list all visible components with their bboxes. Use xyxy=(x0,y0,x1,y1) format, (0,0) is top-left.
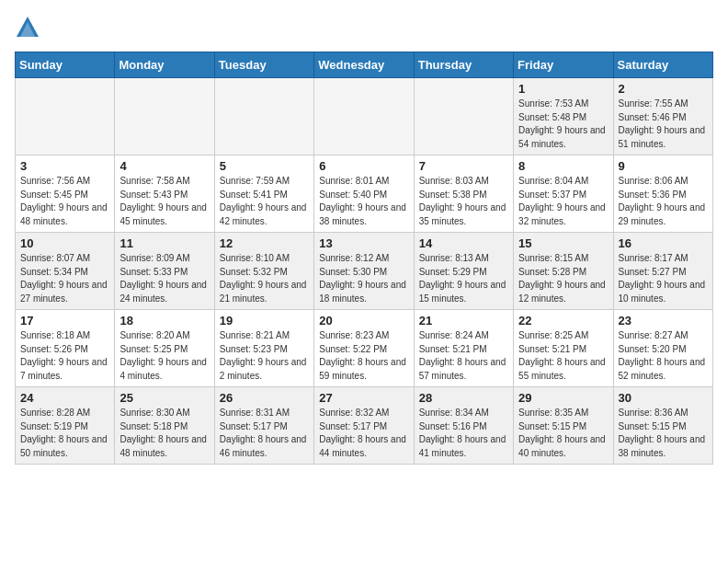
day-cell: 8Sunrise: 8:04 AM Sunset: 5:37 PM Daylig… xyxy=(514,155,613,233)
week-row-2: 3Sunrise: 7:56 AM Sunset: 5:45 PM Daylig… xyxy=(16,155,713,233)
day-cell: 26Sunrise: 8:31 AM Sunset: 5:17 PM Dayli… xyxy=(214,387,313,465)
day-cell: 10Sunrise: 8:07 AM Sunset: 5:34 PM Dayli… xyxy=(16,233,115,310)
day-cell: 28Sunrise: 8:34 AM Sunset: 5:16 PM Dayli… xyxy=(414,387,513,465)
day-number: 9 xyxy=(619,159,709,173)
day-number: 22 xyxy=(518,314,609,327)
day-info: Sunrise: 8:34 AM Sunset: 5:16 PM Dayligh… xyxy=(419,407,509,460)
day-cell: 9Sunrise: 8:06 AM Sunset: 5:36 PM Daylig… xyxy=(613,155,712,233)
day-cell: 30Sunrise: 8:36 AM Sunset: 5:15 PM Dayli… xyxy=(613,387,712,465)
day-cell: 20Sunrise: 8:23 AM Sunset: 5:22 PM Dayli… xyxy=(314,310,414,387)
header-sunday: Sunday xyxy=(16,52,115,78)
day-info: Sunrise: 8:03 AM Sunset: 5:38 PM Dayligh… xyxy=(419,175,509,228)
calendar-table: SundayMondayTuesdayWednesdayThursdayFrid… xyxy=(15,52,713,465)
day-number: 14 xyxy=(419,236,509,250)
day-number: 7 xyxy=(419,159,509,173)
day-cell: 12Sunrise: 8:10 AM Sunset: 5:32 PM Dayli… xyxy=(214,233,313,310)
day-number: 29 xyxy=(518,391,609,405)
day-cell: 21Sunrise: 8:24 AM Sunset: 5:21 PM Dayli… xyxy=(414,310,513,387)
header-friday: Friday xyxy=(514,52,613,78)
header-tuesday: Tuesday xyxy=(214,52,313,78)
week-row-4: 17Sunrise: 8:18 AM Sunset: 5:26 PM Dayli… xyxy=(16,310,713,387)
header-thursday: Thursday xyxy=(414,52,513,78)
day-info: Sunrise: 8:32 AM Sunset: 5:17 PM Dayligh… xyxy=(319,407,409,460)
day-number: 16 xyxy=(619,236,709,250)
day-cell: 19Sunrise: 8:21 AM Sunset: 5:23 PM Dayli… xyxy=(214,310,313,387)
day-cell: 16Sunrise: 8:17 AM Sunset: 5:27 PM Dayli… xyxy=(613,233,712,310)
day-number: 20 xyxy=(319,314,409,327)
day-cell: 29Sunrise: 8:35 AM Sunset: 5:15 PM Dayli… xyxy=(514,387,613,465)
day-info: Sunrise: 8:10 AM Sunset: 5:32 PM Dayligh… xyxy=(220,252,310,305)
day-info: Sunrise: 8:07 AM Sunset: 5:34 PM Dayligh… xyxy=(20,252,110,305)
day-number: 6 xyxy=(319,159,409,173)
day-number: 8 xyxy=(518,159,609,173)
day-number: 28 xyxy=(419,391,509,405)
day-cell: 7Sunrise: 8:03 AM Sunset: 5:38 PM Daylig… xyxy=(414,155,513,233)
day-cell: 22Sunrise: 8:25 AM Sunset: 5:21 PM Dayli… xyxy=(514,310,613,387)
day-number: 11 xyxy=(119,236,210,250)
page-header xyxy=(15,15,713,40)
day-info: Sunrise: 7:53 AM Sunset: 5:48 PM Dayligh… xyxy=(518,98,609,151)
day-info: Sunrise: 7:59 AM Sunset: 5:41 PM Dayligh… xyxy=(220,175,310,228)
day-info: Sunrise: 8:01 AM Sunset: 5:40 PM Dayligh… xyxy=(319,175,409,228)
day-cell: 18Sunrise: 8:20 AM Sunset: 5:25 PM Dayli… xyxy=(115,310,214,387)
header-wednesday: Wednesday xyxy=(314,52,414,78)
day-info: Sunrise: 7:58 AM Sunset: 5:43 PM Dayligh… xyxy=(119,175,210,228)
day-cell: 13Sunrise: 8:12 AM Sunset: 5:30 PM Dayli… xyxy=(314,233,414,310)
day-info: Sunrise: 8:30 AM Sunset: 5:18 PM Dayligh… xyxy=(119,407,210,460)
day-cell: 23Sunrise: 8:27 AM Sunset: 5:20 PM Dayli… xyxy=(613,310,712,387)
day-number: 3 xyxy=(20,159,110,173)
day-cell: 2Sunrise: 7:55 AM Sunset: 5:46 PM Daylig… xyxy=(613,78,712,155)
day-info: Sunrise: 8:24 AM Sunset: 5:21 PM Dayligh… xyxy=(419,329,509,383)
day-cell: 4Sunrise: 7:58 AM Sunset: 5:43 PM Daylig… xyxy=(115,155,214,233)
day-number: 18 xyxy=(119,314,210,327)
day-cell: 15Sunrise: 8:15 AM Sunset: 5:28 PM Dayli… xyxy=(514,233,613,310)
day-number: 27 xyxy=(319,391,409,405)
day-info: Sunrise: 8:25 AM Sunset: 5:21 PM Dayligh… xyxy=(518,329,609,383)
day-number: 26 xyxy=(220,391,310,405)
day-info: Sunrise: 7:55 AM Sunset: 5:46 PM Dayligh… xyxy=(619,98,709,151)
day-number: 15 xyxy=(518,236,609,250)
day-cell: 5Sunrise: 7:59 AM Sunset: 5:41 PM Daylig… xyxy=(214,155,313,233)
day-number: 25 xyxy=(119,391,210,405)
day-number: 19 xyxy=(220,314,310,327)
day-number: 17 xyxy=(20,314,110,327)
day-cell: 17Sunrise: 8:18 AM Sunset: 5:26 PM Dayli… xyxy=(16,310,115,387)
day-number: 1 xyxy=(518,82,609,96)
day-info: Sunrise: 8:04 AM Sunset: 5:37 PM Dayligh… xyxy=(518,175,609,228)
logo xyxy=(15,15,44,40)
day-number: 13 xyxy=(319,236,409,250)
day-cell xyxy=(16,78,115,155)
day-info: Sunrise: 8:06 AM Sunset: 5:36 PM Dayligh… xyxy=(619,175,709,228)
day-number: 23 xyxy=(619,314,709,327)
day-info: Sunrise: 8:31 AM Sunset: 5:17 PM Dayligh… xyxy=(220,407,310,460)
day-number: 5 xyxy=(220,159,310,173)
day-cell: 1Sunrise: 7:53 AM Sunset: 5:48 PM Daylig… xyxy=(514,78,613,155)
day-info: Sunrise: 8:21 AM Sunset: 5:23 PM Dayligh… xyxy=(220,329,310,383)
day-number: 10 xyxy=(20,236,110,250)
calendar-header-row: SundayMondayTuesdayWednesdayThursdayFrid… xyxy=(16,52,713,78)
day-cell: 27Sunrise: 8:32 AM Sunset: 5:17 PM Dayli… xyxy=(314,387,414,465)
day-cell: 25Sunrise: 8:30 AM Sunset: 5:18 PM Dayli… xyxy=(115,387,214,465)
day-info: Sunrise: 8:20 AM Sunset: 5:25 PM Dayligh… xyxy=(119,329,210,383)
day-cell: 6Sunrise: 8:01 AM Sunset: 5:40 PM Daylig… xyxy=(314,155,414,233)
day-cell: 24Sunrise: 8:28 AM Sunset: 5:19 PM Dayli… xyxy=(16,387,115,465)
day-cell: 14Sunrise: 8:13 AM Sunset: 5:29 PM Dayli… xyxy=(414,233,513,310)
day-info: Sunrise: 8:27 AM Sunset: 5:20 PM Dayligh… xyxy=(619,329,709,383)
day-cell xyxy=(115,78,214,155)
week-row-1: 1Sunrise: 7:53 AM Sunset: 5:48 PM Daylig… xyxy=(16,78,713,155)
day-info: Sunrise: 8:12 AM Sunset: 5:30 PM Dayligh… xyxy=(319,252,409,305)
day-info: Sunrise: 8:23 AM Sunset: 5:22 PM Dayligh… xyxy=(319,329,409,383)
day-number: 30 xyxy=(619,391,709,405)
day-info: Sunrise: 8:13 AM Sunset: 5:29 PM Dayligh… xyxy=(419,252,509,305)
day-info: Sunrise: 7:56 AM Sunset: 5:45 PM Dayligh… xyxy=(20,175,110,228)
day-number: 21 xyxy=(419,314,509,327)
day-cell xyxy=(214,78,313,155)
day-info: Sunrise: 8:36 AM Sunset: 5:15 PM Dayligh… xyxy=(619,407,709,460)
day-info: Sunrise: 8:15 AM Sunset: 5:28 PM Dayligh… xyxy=(518,252,609,305)
day-info: Sunrise: 8:18 AM Sunset: 5:26 PM Dayligh… xyxy=(20,329,110,383)
week-row-5: 24Sunrise: 8:28 AM Sunset: 5:19 PM Dayli… xyxy=(16,387,713,465)
header-monday: Monday xyxy=(115,52,214,78)
day-cell xyxy=(414,78,513,155)
day-number: 12 xyxy=(220,236,310,250)
day-cell: 11Sunrise: 8:09 AM Sunset: 5:33 PM Dayli… xyxy=(115,233,214,310)
